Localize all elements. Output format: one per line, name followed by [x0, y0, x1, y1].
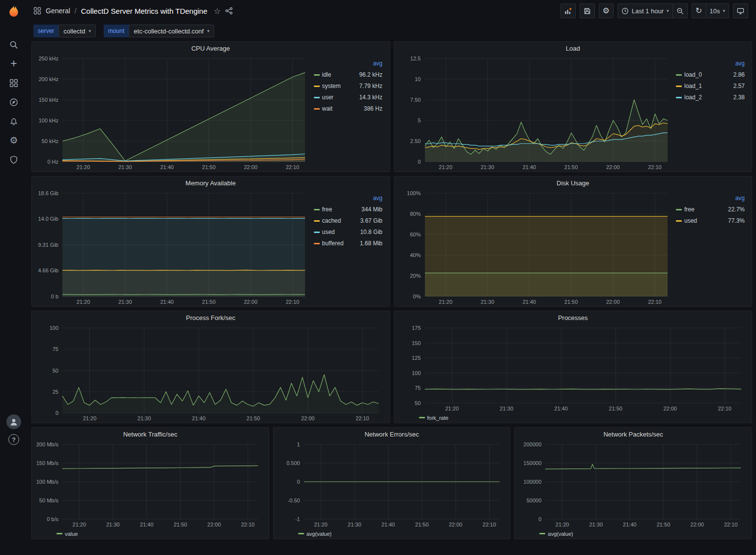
dashboards-icon[interactable]: [4, 73, 24, 92]
variable-mount-dropdown[interactable]: etc-collectd-collectd.conf ▾: [129, 25, 214, 37]
star-favorite-icon[interactable]: ☆: [214, 6, 221, 16]
legend-avg-header[interactable]: avg: [710, 192, 745, 204]
chart-canvas[interactable]: [36, 324, 386, 422]
y-axis-label: 0: [36, 410, 58, 416]
panel-title-memory-available[interactable]: Memory Available: [32, 176, 390, 189]
legend-item[interactable]: fork_rate: [419, 415, 448, 421]
legend-series-name[interactable]: idle: [322, 69, 349, 80]
chart-disk-usage[interactable]: 0%20%40%60%80%100%21:2021:3021:4021:5022…: [398, 189, 674, 305]
breadcrumb-folder[interactable]: General: [46, 7, 70, 15]
y-axis-label: 0%: [398, 293, 421, 299]
series-color-swatch: [314, 220, 320, 222]
legend-series-name[interactable]: used: [684, 215, 710, 226]
x-axis-label: 22:00: [690, 522, 704, 527]
create-plus-icon[interactable]: +: [4, 54, 24, 73]
chart-canvas[interactable]: [278, 440, 506, 528]
variable-server: server collectd ▾: [33, 25, 96, 37]
panel-title-text: Process Fork/sec: [186, 314, 235, 321]
legend-series-value: 386 Hz: [349, 103, 382, 114]
chart-memory-available[interactable]: 0 b4.66 Gib9.31 Gib14.0 Gib18.6 Gib21:20…: [36, 189, 312, 305]
legend-avg-header[interactable]: avg: [721, 58, 745, 69]
refresh-interval-picker[interactable]: 10s ▾: [706, 3, 729, 18]
legend-row: load_12.57: [676, 80, 745, 91]
chart-canvas[interactable]: [519, 440, 748, 528]
x-axis-label: 21:40: [192, 415, 206, 421]
time-range-picker[interactable]: Last 1 hour ▾: [617, 3, 673, 18]
legend-avg-header[interactable]: avg: [349, 58, 382, 69]
legend-series-name[interactable]: load_2: [684, 91, 721, 103]
chart-canvas[interactable]: [398, 55, 674, 171]
dashboard-settings-button[interactable]: ⚙: [599, 3, 614, 18]
explore-compass-icon[interactable]: [4, 92, 24, 112]
legend-series-name[interactable]: used: [322, 226, 352, 237]
legend-row: idle96.2 kHz: [314, 69, 383, 80]
panel-disk-usage: Disk Usage 0%20%40%60%80%100%21:2021:302…: [394, 176, 753, 307]
cycle-view-mode-button[interactable]: [733, 3, 748, 18]
save-dashboard-button[interactable]: [580, 3, 595, 18]
panel-title-process-fork[interactable]: Process Fork/sec: [32, 311, 390, 324]
panel-title-network-traffic[interactable]: Network Traffic/sec: [32, 428, 269, 440]
refresh-interval-label: 10s: [710, 7, 720, 15]
panel-title-disk-usage[interactable]: Disk Usage: [394, 176, 752, 189]
legend-series-name[interactable]: buffered: [322, 237, 352, 249]
legend-avg-header[interactable]: avg: [351, 192, 382, 204]
variable-server-dropdown[interactable]: collectd ▾: [58, 25, 96, 37]
chart-network-errors[interactable]: -1-0.5000.500121:2021:3021:4021:5022:002…: [278, 440, 506, 528]
x-axis-label: 21:40: [160, 299, 174, 305]
y-axis-label: 0: [278, 479, 300, 485]
legend-item[interactable]: value: [56, 531, 78, 537]
chart-processes[interactable]: 507510012515017521:2021:3021:4021:5022:0…: [398, 324, 748, 412]
panel-title-load[interactable]: Load: [394, 42, 752, 55]
panel-title-processes[interactable]: Processes: [394, 311, 752, 324]
search-icon[interactable]: [4, 35, 24, 54]
chevron-down-icon: ▾: [207, 29, 210, 33]
chart-canvas[interactable]: [36, 189, 312, 305]
chart-load[interactable]: 02.5057.501012.521:2021:3021:4021:5022:0…: [398, 55, 674, 171]
add-panel-button[interactable]: [560, 3, 576, 18]
y-axis-label: 0: [398, 159, 421, 165]
legend-series-name[interactable]: load_1: [684, 80, 721, 91]
panel-title-network-errors[interactable]: Network Errors/sec: [274, 428, 510, 440]
zoom-out-button[interactable]: [673, 3, 688, 18]
user-avatar[interactable]: [6, 414, 21, 429]
legend-series-name[interactable]: free: [684, 204, 710, 215]
x-axis-label: 21:40: [160, 164, 174, 170]
x-axis-label: 22:00: [301, 415, 315, 421]
legend-item[interactable]: avg(value): [539, 531, 573, 537]
refresh-button[interactable]: ↻: [692, 3, 706, 18]
legend-series-name: value: [65, 531, 78, 537]
chart-network-traffic[interactable]: 0 b/s50 Mb/s100 Mb/s150 Mb/s200 Mb/s21:2…: [36, 440, 265, 528]
chart-canvas[interactable]: [398, 189, 674, 305]
server-admin-shield-icon[interactable]: [4, 150, 24, 169]
x-axis-label: 22:10: [724, 522, 738, 527]
panel-title-cpu-average[interactable]: CPU Average: [32, 42, 390, 55]
legend-load: avgload_02.86load_12.57load_22.38: [674, 55, 748, 171]
grafana-logo-icon[interactable]: [6, 3, 21, 18]
y-axis-label: 100%: [398, 190, 421, 196]
legend-series-name[interactable]: cached: [322, 215, 352, 226]
dashboard-title[interactable]: CollectD Server Metrics with TDengine: [81, 7, 207, 15]
chart-canvas[interactable]: [398, 324, 748, 412]
legend-series-name[interactable]: wait: [322, 103, 349, 114]
panel-title-network-packets[interactable]: Network Packets/sec: [515, 428, 752, 440]
chart-canvas[interactable]: [36, 55, 312, 171]
chart-process-fork[interactable]: 025507510021:2021:3021:4021:5022:0022:10: [36, 324, 386, 422]
legend-series-name[interactable]: user: [322, 91, 349, 103]
sidebar-bottom: ?: [6, 414, 21, 448]
share-icon[interactable]: [225, 7, 233, 15]
legend-series-name[interactable]: system: [322, 80, 349, 91]
y-axis-label: 14.0 Gib: [36, 216, 58, 222]
help-icon[interactable]: ?: [8, 434, 19, 445]
legend-series-name[interactable]: free: [322, 204, 352, 215]
x-axis-label: 21:50: [202, 299, 216, 305]
chart-canvas[interactable]: [36, 440, 265, 528]
x-axis-label: 22:10: [241, 522, 255, 527]
configuration-gear-icon[interactable]: ⚙: [4, 131, 24, 150]
chart-network-packets[interactable]: 05000010000015000020000021:2021:3021:402…: [519, 440, 748, 528]
y-axis-label: 0: [519, 516, 541, 522]
legend-item[interactable]: avg(value): [298, 531, 332, 537]
chart-cpu-average[interactable]: 0 Hz50 kHz100 kHz150 kHz200 kHz250 kHz21…: [36, 55, 312, 171]
legend-series-name[interactable]: load_0: [684, 69, 721, 80]
variable-mount-value: etc-collectd-collectd.conf: [134, 28, 203, 35]
alerting-bell-icon[interactable]: [4, 112, 24, 131]
